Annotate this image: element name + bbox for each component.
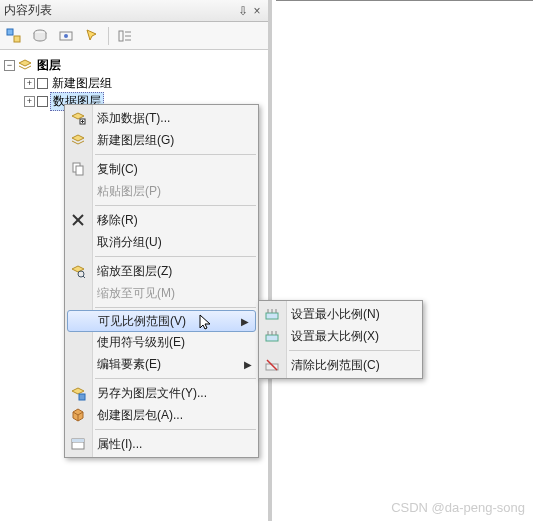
menu-ungroup[interactable]: 取消分组(U) bbox=[65, 231, 258, 253]
menu-label: 属性(I)... bbox=[97, 436, 142, 453]
menu-zoom-visible: 缩放至可见(M) bbox=[65, 282, 258, 304]
menu-label: 另存为图层文件(Y)... bbox=[97, 385, 207, 402]
collapse-icon[interactable]: − bbox=[4, 60, 15, 71]
panel-header: 内容列表 ⇩ × bbox=[0, 0, 268, 22]
save-layer-icon bbox=[69, 384, 87, 402]
checkbox[interactable] bbox=[37, 96, 48, 107]
menu-visible-scale[interactable]: 可见比例范围(V) ▶ bbox=[67, 310, 256, 332]
remove-icon bbox=[69, 211, 87, 229]
menu-label: 添加数据(T)... bbox=[97, 110, 170, 127]
menu-new-group[interactable]: 新建图层组(G) bbox=[65, 129, 258, 151]
layers-icon bbox=[17, 58, 33, 72]
menu-label: 复制(C) bbox=[97, 161, 138, 178]
options-icon[interactable] bbox=[115, 26, 135, 46]
menu-paste: 粘贴图层(P) bbox=[65, 180, 258, 202]
scale-max-icon bbox=[263, 327, 281, 345]
svg-rect-23 bbox=[266, 335, 278, 341]
svg-rect-13 bbox=[76, 166, 83, 175]
checkbox[interactable] bbox=[37, 78, 48, 89]
menu-label: 移除(R) bbox=[97, 212, 138, 229]
list-by-selection-icon[interactable] bbox=[82, 26, 102, 46]
panel-title: 内容列表 bbox=[4, 2, 236, 19]
menu-label: 取消分组(U) bbox=[97, 234, 162, 251]
menu-remove[interactable]: 移除(R) bbox=[65, 209, 258, 231]
menu-separator bbox=[95, 378, 256, 379]
menu-label: 使用符号级别(E) bbox=[97, 334, 185, 351]
new-group-icon bbox=[69, 131, 87, 149]
list-by-drawing-icon[interactable] bbox=[4, 26, 24, 46]
menu-label: 缩放至图层(Z) bbox=[97, 263, 172, 280]
menu-label: 新建图层组(G) bbox=[97, 132, 174, 149]
context-menu: 添加数据(T)... 新建图层组(G) 复制(C) 粘贴图层(P) 移除(R) … bbox=[64, 104, 259, 458]
scale-clear-icon bbox=[263, 356, 281, 374]
list-by-visibility-icon[interactable] bbox=[56, 26, 76, 46]
tree-label: 新建图层组 bbox=[50, 75, 114, 92]
tree-label: 图层 bbox=[35, 57, 63, 74]
map-canvas[interactable] bbox=[276, 0, 533, 521]
menu-separator bbox=[289, 350, 420, 351]
submenu-arrow-icon: ▶ bbox=[241, 316, 249, 327]
submenu-visible-scale: 设置最小比例(N) 设置最大比例(X) 清除比例范围(C) bbox=[258, 300, 423, 379]
submenu-set-min[interactable]: 设置最小比例(N) bbox=[259, 303, 422, 325]
svg-rect-5 bbox=[119, 31, 123, 41]
svg-line-17 bbox=[83, 276, 85, 278]
submenu-clear[interactable]: 清除比例范围(C) bbox=[259, 354, 422, 376]
menu-label: 设置最小比例(N) bbox=[291, 306, 380, 323]
submenu-set-max[interactable]: 设置最大比例(X) bbox=[259, 325, 422, 347]
add-data-icon bbox=[69, 109, 87, 127]
package-icon bbox=[69, 406, 87, 424]
menu-separator bbox=[95, 154, 256, 155]
menu-create-package[interactable]: 创建图层包(A)... bbox=[65, 404, 258, 426]
menu-edit-features[interactable]: 编辑要素(E) ▶ bbox=[65, 353, 258, 375]
menu-zoom-layer[interactable]: 缩放至图层(Z) bbox=[65, 260, 258, 282]
menu-separator bbox=[95, 256, 256, 257]
menu-separator bbox=[95, 429, 256, 430]
watermark: CSDN @da-peng-song bbox=[391, 500, 525, 515]
svg-rect-1 bbox=[14, 36, 20, 42]
tree-root[interactable]: − 图层 bbox=[4, 56, 264, 74]
copy-icon bbox=[69, 160, 87, 178]
menu-save-as-layer[interactable]: 另存为图层文件(Y)... bbox=[65, 382, 258, 404]
menu-label: 可见比例范围(V) bbox=[98, 313, 186, 330]
menu-label: 设置最大比例(X) bbox=[291, 328, 379, 345]
close-icon[interactable]: × bbox=[250, 4, 264, 18]
list-by-source-icon[interactable] bbox=[30, 26, 50, 46]
menu-copy[interactable]: 复制(C) bbox=[65, 158, 258, 180]
svg-rect-21 bbox=[72, 439, 84, 442]
svg-rect-18 bbox=[79, 394, 85, 400]
menu-add-data[interactable]: 添加数据(T)... bbox=[65, 107, 258, 129]
toc-toolbar bbox=[0, 22, 268, 50]
menu-separator bbox=[95, 205, 256, 206]
svg-rect-0 bbox=[7, 29, 13, 35]
svg-rect-22 bbox=[266, 313, 278, 319]
expand-icon[interactable]: + bbox=[24, 78, 35, 89]
svg-point-4 bbox=[64, 34, 68, 38]
menu-label: 编辑要素(E) bbox=[97, 356, 161, 373]
menu-separator bbox=[95, 307, 256, 308]
scale-min-icon bbox=[263, 305, 281, 323]
menu-symbol-levels[interactable]: 使用符号级别(E) bbox=[65, 331, 258, 353]
menu-label: 缩放至可见(M) bbox=[97, 285, 175, 302]
zoom-layer-icon bbox=[69, 262, 87, 280]
menu-label: 清除比例范围(C) bbox=[291, 357, 380, 374]
menu-label: 粘贴图层(P) bbox=[97, 183, 161, 200]
toolbar-separator bbox=[108, 27, 109, 45]
pin-icon[interactable]: ⇩ bbox=[236, 4, 250, 18]
tree-group[interactable]: + 新建图层组 bbox=[4, 74, 264, 92]
menu-label: 创建图层包(A)... bbox=[97, 407, 183, 424]
menu-properties[interactable]: 属性(I)... bbox=[65, 433, 258, 455]
expand-icon[interactable]: + bbox=[24, 96, 35, 107]
properties-icon bbox=[69, 435, 87, 453]
submenu-arrow-icon: ▶ bbox=[244, 359, 252, 370]
